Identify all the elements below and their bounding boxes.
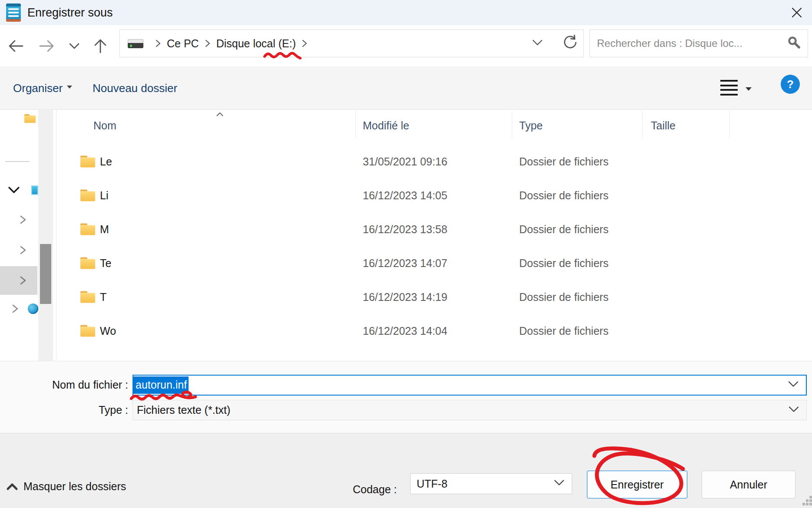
notepad-icon — [6, 3, 21, 22]
up-icon[interactable] — [91, 25, 109, 66]
chevron-up-icon — [6, 483, 18, 491]
tree-scrollbar[interactable] — [38, 110, 53, 361]
file-row[interactable]: Wo 16/12/2023 14:04 Dossier de fichiers — [56, 314, 812, 348]
folder-icon — [80, 224, 95, 235]
chevron-right-icon — [156, 40, 161, 47]
recent-locations-chevron-icon[interactable] — [67, 25, 82, 66]
tree-item-collapsed-1[interactable] — [19, 215, 28, 224]
hide-folders-label: Masquer les dossiers — [23, 480, 126, 493]
new-folder-button[interactable]: Nouveau dossier — [93, 66, 177, 110]
help-button[interactable]: ? — [781, 75, 800, 94]
breadcrumb-item-disque-local-e[interactable]: Disque local (E:) — [216, 37, 296, 50]
file-type: Dossier de fichiers — [519, 223, 609, 236]
tree-selected-row[interactable] — [0, 266, 37, 295]
file-modified-date: 16/12/2023 14:07 — [363, 257, 447, 270]
file-type: Dossier de fichiers — [519, 325, 609, 337]
cancel-button[interactable]: Annuler — [702, 471, 795, 498]
file-modified-date: 16/12/2023 14:05 — [363, 189, 447, 202]
filetype-select[interactable]: Fichiers texte (*.txt) — [133, 400, 807, 420]
watermark-pixel-grid — [803, 496, 812, 508]
encoding-value: UTF-8 — [417, 478, 447, 490]
encoding-select[interactable]: UTF-8 — [410, 473, 572, 494]
refresh-icon[interactable] — [563, 35, 577, 52]
filetype-label: Type : — [24, 404, 128, 416]
file-row[interactable]: M 16/12/2023 13:58 Dossier de fichiers — [56, 212, 812, 246]
tree-item-network[interactable] — [11, 303, 38, 314]
column-separator[interactable] — [512, 111, 512, 139]
back-icon[interactable] — [7, 25, 24, 66]
file-name-section: Nom du fichier : autorun.inf Type : Fich… — [0, 361, 812, 433]
tree-item-collapsed-2[interactable] — [19, 245, 28, 255]
folder-tree-pane — [0, 110, 56, 361]
breadcrumb[interactable]: Ce PC Disque local (E:) — [119, 30, 584, 57]
filename-selected-text: autorun.inf — [133, 376, 189, 394]
organize-label: Organiser — [13, 82, 63, 95]
tree-divider — [5, 161, 30, 162]
file-name: Li — [100, 189, 108, 202]
close-icon[interactable] — [789, 5, 804, 20]
this-pc-icon — [31, 185, 38, 195]
folder-icon — [80, 291, 95, 303]
search-icon[interactable] — [788, 36, 801, 51]
address-dropdown-chevron-icon[interactable] — [532, 40, 543, 48]
column-header-size[interactable]: Taille — [651, 119, 676, 132]
view-options-icon[interactable] — [720, 80, 738, 96]
file-row[interactable]: Te 16/12/2023 14:07 Dossier de fichiers — [56, 246, 812, 280]
network-globe-icon — [28, 303, 38, 314]
file-name: Le — [100, 155, 112, 168]
title-bar: Enregistrer sous — [0, 0, 812, 25]
list-header: Nom Modifié le Type Taille — [56, 110, 812, 139]
chevron-right-icon — [205, 40, 210, 47]
file-list-rows: Le 31/05/2021 09:16 Dossier de fichiers … — [56, 145, 812, 348]
chevron-right-icon — [302, 40, 307, 47]
tree-item-selected[interactable] — [19, 276, 28, 285]
column-header-name[interactable]: Nom — [93, 119, 116, 132]
new-folder-label: Nouveau dossier — [93, 82, 177, 95]
tree-scrollbar-thumb[interactable] — [40, 244, 51, 304]
chevron-down-icon[interactable] — [788, 381, 799, 389]
forward-icon[interactable] — [38, 25, 56, 66]
file-row[interactable]: Le 31/05/2021 09:16 Dossier de fichiers — [56, 145, 812, 178]
caret-down-icon — [67, 86, 72, 89]
organize-button[interactable]: Organiser — [13, 66, 72, 110]
tree-item-ce-pc[interactable] — [8, 185, 38, 195]
column-separator[interactable] — [729, 111, 730, 139]
file-type: Dossier de fichiers — [519, 155, 609, 168]
dialog-footer: Masquer les dossiers Codage : UTF-8 Enre… — [0, 433, 812, 508]
file-modified-date: 16/12/2023 13:58 — [363, 223, 447, 236]
chevron-right-icon — [11, 304, 20, 313]
command-toolbar: Organiser Nouveau dossier ? — [0, 66, 812, 110]
column-header-modified[interactable]: Modifié le — [363, 119, 409, 132]
save-as-dialog: Enregistrer sous Ce PC Disque local (E:) — [0, 0, 812, 508]
file-name: M — [100, 223, 109, 236]
file-row[interactable]: Li 16/12/2023 14:05 Dossier de fichiers — [56, 178, 812, 212]
file-modified-date: 16/12/2023 14:04 — [363, 325, 447, 337]
file-name: Te — [100, 257, 111, 270]
file-type: Dossier de fichiers — [519, 189, 609, 202]
file-row[interactable]: T 16/12/2023 14:19 Dossier de fichiers — [56, 280, 812, 314]
column-separator[interactable] — [355, 111, 356, 139]
folder-icon — [80, 190, 95, 201]
navigation-bar: Ce PC Disque local (E:) Rechercher dans … — [0, 25, 812, 66]
sort-ascending-icon — [216, 111, 224, 119]
breadcrumb-item-ce-pc[interactable]: Ce PC — [167, 37, 199, 50]
chevron-down-icon — [8, 186, 20, 194]
search-placeholder: Rechercher dans : Disque loc... — [597, 37, 788, 49]
search-input[interactable]: Rechercher dans : Disque loc... — [590, 30, 808, 57]
chevron-right-icon — [19, 245, 28, 255]
folder-icon — [80, 257, 95, 269]
hide-folders-button[interactable]: Masquer les dossiers — [6, 480, 126, 493]
file-name: Wo — [100, 325, 116, 337]
filetype-value: Fichiers texte (*.txt) — [137, 404, 230, 416]
filename-input[interactable]: autorun.inf — [133, 375, 807, 396]
folder-icon — [80, 325, 95, 337]
file-list: Nom Modifié le Type Taille Le 31/05/2021… — [56, 110, 812, 361]
chevron-right-icon — [19, 276, 28, 285]
save-button[interactable]: Enregistrer — [587, 471, 687, 498]
column-separator[interactable] — [642, 111, 643, 139]
file-modified-date: 31/05/2021 09:16 — [363, 155, 447, 168]
file-type: Dossier de fichiers — [519, 291, 609, 303]
tree-folder-icon[interactable] — [24, 114, 36, 123]
column-header-type[interactable]: Type — [519, 119, 543, 132]
view-options-caret-icon[interactable] — [746, 87, 752, 91]
